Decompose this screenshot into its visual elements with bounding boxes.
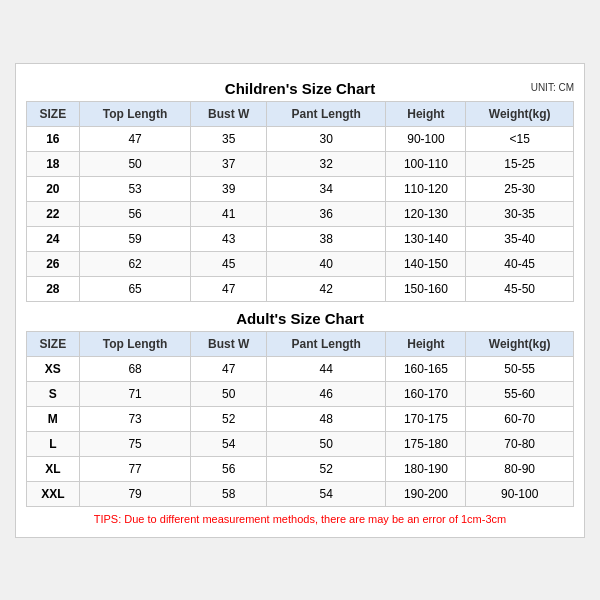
adult-col-header-0: SIZE <box>27 331 80 356</box>
adult-cell-4-0: XL <box>27 456 80 481</box>
children-cell-2-0: 20 <box>27 176 80 201</box>
adult-cell-1-2: 50 <box>191 381 267 406</box>
adult-cell-5-2: 58 <box>191 481 267 506</box>
children-cell-2-4: 110-120 <box>386 176 466 201</box>
adult-title: Adult's Size Chart <box>26 302 574 331</box>
adult-cell-0-5: 50-55 <box>466 356 574 381</box>
adult-col-header-4: Height <box>386 331 466 356</box>
adult-row-3: L755450175-18070-80 <box>27 431 574 456</box>
adult-cell-1-0: S <box>27 381 80 406</box>
children-cell-6-0: 28 <box>27 276 80 301</box>
children-cell-3-1: 56 <box>79 201 191 226</box>
children-row-1: 18503732100-11015-25 <box>27 151 574 176</box>
adult-cell-3-2: 54 <box>191 431 267 456</box>
adult-cell-4-5: 80-90 <box>466 456 574 481</box>
children-cell-6-4: 150-160 <box>386 276 466 301</box>
children-col-header-3: Pant Length <box>267 101 386 126</box>
adult-col-header-2: Bust W <box>191 331 267 356</box>
children-row-0: 1647353090-100<15 <box>27 126 574 151</box>
children-cell-5-0: 26 <box>27 251 80 276</box>
children-cell-1-2: 37 <box>191 151 267 176</box>
adult-col-header-3: Pant Length <box>267 331 386 356</box>
children-cell-1-0: 18 <box>27 151 80 176</box>
children-col-header-0: SIZE <box>27 101 80 126</box>
unit-label: UNIT: CM <box>531 82 574 93</box>
children-col-header-1: Top Length <box>79 101 191 126</box>
children-row-4: 24594338130-14035-40 <box>27 226 574 251</box>
adult-cell-3-5: 70-80 <box>466 431 574 456</box>
children-cell-5-3: 40 <box>267 251 386 276</box>
children-header-row: SIZETop LengthBust WPant LengthHeightWei… <box>27 101 574 126</box>
adult-table: SIZETop LengthBust WPant LengthHeightWei… <box>26 331 574 507</box>
adult-cell-4-4: 180-190 <box>386 456 466 481</box>
children-cell-4-0: 24 <box>27 226 80 251</box>
adult-cell-5-5: 90-100 <box>466 481 574 506</box>
adult-col-header-1: Top Length <box>79 331 191 356</box>
adult-cell-2-3: 48 <box>267 406 386 431</box>
children-cell-3-2: 41 <box>191 201 267 226</box>
adult-cell-5-1: 79 <box>79 481 191 506</box>
adult-cell-0-1: 68 <box>79 356 191 381</box>
children-cell-0-3: 30 <box>267 126 386 151</box>
adult-row-4: XL775652180-19080-90 <box>27 456 574 481</box>
children-cell-0-5: <15 <box>466 126 574 151</box>
children-row-6: 28654742150-16045-50 <box>27 276 574 301</box>
children-cell-2-3: 34 <box>267 176 386 201</box>
children-cell-6-5: 45-50 <box>466 276 574 301</box>
adult-cell-0-0: XS <box>27 356 80 381</box>
children-cell-5-2: 45 <box>191 251 267 276</box>
children-cell-4-2: 43 <box>191 226 267 251</box>
adult-cell-2-0: M <box>27 406 80 431</box>
adult-cell-3-1: 75 <box>79 431 191 456</box>
children-cell-3-3: 36 <box>267 201 386 226</box>
children-cell-3-4: 120-130 <box>386 201 466 226</box>
children-cell-3-0: 22 <box>27 201 80 226</box>
children-cell-3-5: 30-35 <box>466 201 574 226</box>
adult-title-text: Adult's Size Chart <box>236 310 364 327</box>
adult-cell-1-3: 46 <box>267 381 386 406</box>
children-cell-1-5: 15-25 <box>466 151 574 176</box>
children-title-text: Children's Size Chart <box>225 80 375 97</box>
children-col-header-5: Weight(kg) <box>466 101 574 126</box>
children-title: Children's Size Chart UNIT: CM <box>26 74 574 101</box>
children-cell-5-5: 40-45 <box>466 251 574 276</box>
children-row-3: 22564136120-13030-35 <box>27 201 574 226</box>
children-cell-1-4: 100-110 <box>386 151 466 176</box>
children-cell-0-0: 16 <box>27 126 80 151</box>
children-cell-1-1: 50 <box>79 151 191 176</box>
chart-container: Children's Size Chart UNIT: CM SIZETop L… <box>15 63 585 538</box>
adult-cell-1-4: 160-170 <box>386 381 466 406</box>
children-cell-5-4: 140-150 <box>386 251 466 276</box>
adult-row-0: XS684744160-16550-55 <box>27 356 574 381</box>
children-cell-2-1: 53 <box>79 176 191 201</box>
children-cell-2-2: 39 <box>191 176 267 201</box>
adult-cell-4-3: 52 <box>267 456 386 481</box>
adult-header-row: SIZETop LengthBust WPant LengthHeightWei… <box>27 331 574 356</box>
children-cell-4-1: 59 <box>79 226 191 251</box>
adult-row-5: XXL795854190-20090-100 <box>27 481 574 506</box>
adult-cell-0-2: 47 <box>191 356 267 381</box>
adult-cell-1-5: 55-60 <box>466 381 574 406</box>
adult-cell-2-2: 52 <box>191 406 267 431</box>
children-cell-1-3: 32 <box>267 151 386 176</box>
adult-cell-3-3: 50 <box>267 431 386 456</box>
adult-cell-1-1: 71 <box>79 381 191 406</box>
children-cell-4-3: 38 <box>267 226 386 251</box>
adult-row-2: M735248170-17560-70 <box>27 406 574 431</box>
children-cell-6-2: 47 <box>191 276 267 301</box>
children-cell-4-5: 35-40 <box>466 226 574 251</box>
adult-col-header-5: Weight(kg) <box>466 331 574 356</box>
adult-cell-5-3: 54 <box>267 481 386 506</box>
children-cell-6-1: 65 <box>79 276 191 301</box>
adult-cell-5-4: 190-200 <box>386 481 466 506</box>
adult-cell-2-1: 73 <box>79 406 191 431</box>
adult-cell-2-5: 60-70 <box>466 406 574 431</box>
children-table: SIZETop LengthBust WPant LengthHeightWei… <box>26 101 574 302</box>
children-cell-4-4: 130-140 <box>386 226 466 251</box>
children-cell-6-3: 42 <box>267 276 386 301</box>
children-col-header-2: Bust W <box>191 101 267 126</box>
adult-cell-5-0: XXL <box>27 481 80 506</box>
adult-cell-3-0: L <box>27 431 80 456</box>
children-cell-0-2: 35 <box>191 126 267 151</box>
children-cell-2-5: 25-30 <box>466 176 574 201</box>
